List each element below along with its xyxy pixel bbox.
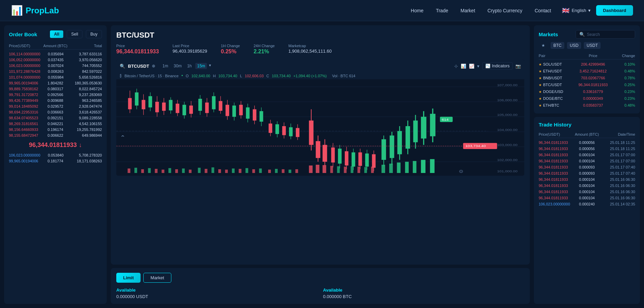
svg-text:614: 614 [442,118,449,121]
list-item[interactable]: ★ETH/USDT 3,452.71624812 0.48% [539,68,635,75]
logo[interactable]: 📊 PropLab [11,5,59,16]
dashboard-button[interactable]: Dashboard [596,5,633,16]
add-icon[interactable]: ⊕ [152,64,155,68]
candle-icon[interactable]: 📊 [461,64,466,69]
price-value: 96,344.01811933 [116,49,159,55]
svg-rect-35 [198,99,202,111]
table-row: 96,344.018119330.00005625.01.18 11:25 [539,146,635,152]
trade-history-rows: 96,344.018119330.00005625.01.18 11:2596,… [539,139,635,207]
svg-rect-67 [316,141,320,158]
star-icon: ★ [539,69,542,73]
list-item[interactable]: ★ETH/BTC 0.03583737 0.48% [539,102,635,109]
search-input[interactable] [587,32,631,37]
svg-rect-117 [218,169,221,173]
svg-rect-75 [345,151,349,165]
star-icon: ★ [539,83,542,87]
tf-dropdown-icon[interactable]: ▾ [209,63,211,69]
filter-usd[interactable]: USD [567,42,581,49]
tab-buy[interactable]: Buy [86,30,102,38]
limit-tab[interactable]: Limit [116,273,141,283]
search-box: 🔍 [576,30,635,39]
svg-text:107,000.00: 107,000.00 [497,83,517,87]
tf-30m[interactable]: 30m [172,63,183,69]
nav-contact[interactable]: Contact [535,8,551,13]
high-label: H [213,74,216,78]
table-row: 98,694.229533160.0366633,618.426537 [9,109,102,115]
svg-rect-59 [282,126,286,135]
last-price-label: Last Price [173,44,207,48]
market-rows: ★SOL/USDT 206.42999496 0.10% ★ETH/USDT 3… [539,61,635,109]
star-icon: ★ [539,104,542,107]
table-row: 99,426.773894490.009688963.246585 [9,97,102,103]
tf-15m[interactable]: 15m [195,63,207,69]
list-item[interactable]: ★BTC/USDT 96,344.01811933 0.25% [539,81,635,88]
svg-rect-73 [338,149,342,164]
nav-home[interactable]: Home [411,8,423,13]
svg-rect-87 [390,135,394,158]
trade-history-columns: Price(USDT) Amount (BTC) Date/Time [539,131,635,138]
language-selector[interactable]: 🇬🇧 English ▾ [562,7,591,14]
order-book-title: Order Book [9,31,37,37]
tab-sell[interactable]: Sell [67,30,82,38]
list-item[interactable]: ★SOL/USDT 206.42999496 0.10% [539,61,635,68]
svg-rect-112 [182,169,185,173]
open-value: 102,640.00 [192,74,210,78]
list-item[interactable]: ★DOGE/USD 0.33616779 0.23% [539,88,635,95]
indicators-button[interactable]: 📉 Indicators [482,62,513,70]
svg-rect-113 [189,170,192,173]
tf-1h[interactable]: 1h [185,63,193,69]
list-item[interactable]: ★BNB/USDT 703.02067766 0.78% [539,75,635,81]
nav-crypto[interactable]: Crypto Currency [487,8,522,13]
candlestick-chart: 107,000.00 106,000.00 105,000.00 104,000… [116,79,524,176]
table-row: 106,052.000000000.0374353,970.056620 [9,57,102,63]
table-row: 96,344.018119330.00005625.01.18 11:25 [539,139,635,146]
filter-btc[interactable]: BTC [551,42,564,49]
vol-label: Vol · BTC 614 [332,74,355,78]
svg-rect-23 [155,102,159,112]
filter-star[interactable]: ★ [539,42,548,49]
crosshair-icon[interactable]: ⊹ [454,64,458,69]
tf-1m[interactable]: 1m [161,63,170,69]
svg-rect-110 [168,168,171,173]
24h-change-value: 2.21% [253,49,275,55]
svg-rect-134 [344,166,346,173]
table-row: 96,344.018119330.00010425.01.17 07:00 [539,152,635,158]
table-row: 98,156.646609330.19617419,255.781992 [9,126,102,132]
price-arrow-icon: ↓ [79,142,82,149]
star-icon: ★ [539,97,542,101]
indicators-icon: 📉 [485,64,490,68]
svg-rect-115 [205,169,207,173]
nav-trade[interactable]: Trade [436,8,448,13]
svg-rect-37 [205,103,209,113]
line-chart-icon[interactable]: 📈 [469,64,474,69]
nav-market[interactable]: Market [460,8,475,13]
svg-rect-33 [189,106,193,114]
svg-rect-47 [239,105,243,116]
1h-change-label: 1H Change [221,44,240,48]
svg-rect-57 [275,124,279,134]
svg-text:⚙: ⚙ [459,169,463,174]
svg-rect-137 [364,167,367,173]
table-row: 99,889.758381620.0803178,022.845724 [9,86,102,92]
nav-links: Home Trade Market Crypto Currency Contac… [411,8,551,13]
chart-subtitle: Bitcoin / TetherUS · 15 · Binance [124,74,179,78]
filter-usdt[interactable]: USDT [584,42,601,49]
svg-rect-81 [365,153,369,166]
svg-rect-130 [316,165,319,173]
svg-rect-123 [259,169,262,173]
stat-price: Price 96,344.01811933 [116,44,159,55]
1h-change-value: 0.25% [221,49,240,55]
svg-rect-71 [331,148,335,163]
chart-type-dropdown[interactable]: ▾ [477,64,479,69]
svg-rect-15 [128,98,132,109]
order-book-header: Order Book All Sell Buy [9,30,102,38]
available-row: Available 0.000000 USDT Available 0.0000… [116,287,524,299]
svg-text:⌃: ⌃ [120,135,125,140]
tab-all[interactable]: All [50,30,63,38]
screenshot-icon[interactable]: 📷 [515,64,521,69]
svg-rect-25 [162,103,166,111]
chart-body: 107,000.00 106,000.00 105,000.00 104,000… [116,79,524,176]
svg-rect-21 [148,96,152,107]
market-tab[interactable]: Market [143,273,171,283]
list-item[interactable]: ★DOGE/BTC 0.00000349 0.23% [539,95,635,102]
